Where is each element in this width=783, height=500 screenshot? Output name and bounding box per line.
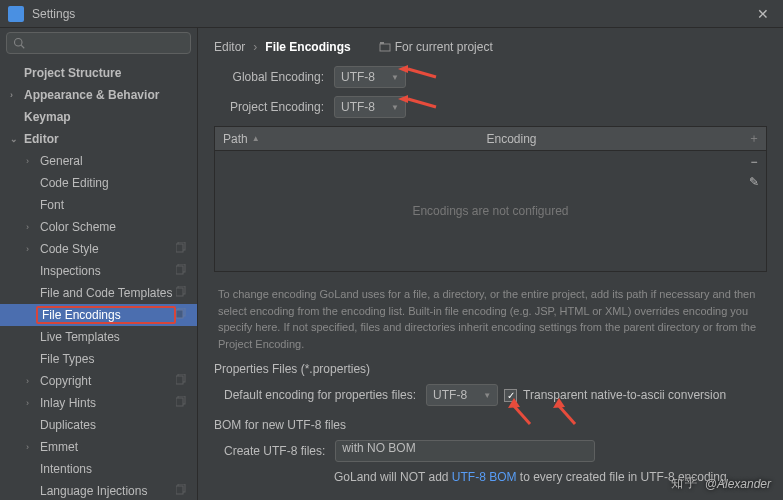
tree-item-intentions[interactable]: Intentions	[0, 458, 197, 480]
hint-text: To change encoding GoLand uses for a fil…	[218, 286, 763, 352]
project-scope-icon	[176, 484, 187, 498]
close-icon[interactable]: ✕	[751, 6, 775, 22]
project-scope-icon	[176, 264, 187, 278]
breadcrumb: Editor › File Encodings For current proj…	[214, 40, 767, 54]
project-encoding-dropdown[interactable]: UTF-8▼	[334, 96, 406, 118]
empty-message: Encodings are not configured	[412, 204, 568, 218]
tree-item-label: File Encodings	[36, 306, 176, 324]
chevron-icon: ›	[10, 90, 22, 100]
project-scope-icon	[176, 396, 187, 410]
content-panel: Editor › File Encodings For current proj…	[198, 28, 783, 500]
tree-item-general[interactable]: ›General	[0, 150, 197, 172]
svg-rect-13	[176, 398, 183, 406]
scope-indicator: For current project	[379, 40, 493, 54]
svg-rect-7	[176, 288, 183, 296]
settings-tree: Project Structure›Appearance & BehaviorK…	[0, 58, 197, 500]
tree-item-label: Inlay Hints	[40, 396, 176, 410]
svg-rect-9	[176, 310, 183, 318]
sort-asc-icon: ▲	[252, 134, 260, 143]
tree-item-live-templates[interactable]: Live Templates	[0, 326, 197, 348]
tree-item-label: File Types	[40, 352, 197, 366]
tree-item-label: General	[40, 154, 197, 168]
tree-item-font[interactable]: Font	[0, 194, 197, 216]
chevron-icon: ›	[26, 398, 38, 408]
tree-item-label: Color Scheme	[40, 220, 197, 234]
tree-item-label: Live Templates	[40, 330, 197, 344]
encoding-table: Path ▲ Encoding ＋ Encodings are not conf…	[214, 126, 767, 272]
window-title: Settings	[32, 7, 751, 21]
tree-item-code-editing[interactable]: Code Editing	[0, 172, 197, 194]
tree-item-label: Emmet	[40, 440, 197, 454]
tree-item-duplicates[interactable]: Duplicates	[0, 414, 197, 436]
svg-point-0	[15, 39, 23, 47]
tree-item-inspections[interactable]: Inspections	[0, 260, 197, 282]
tree-item-label: Inspections	[40, 264, 176, 278]
project-scope-icon	[176, 242, 187, 256]
tree-item-label: Font	[40, 198, 197, 212]
tree-item-emmet[interactable]: ›Emmet	[0, 436, 197, 458]
tree-item-file-and-code-templates[interactable]: File and Code Templates	[0, 282, 197, 304]
tree-item-editor[interactable]: ⌄Editor	[0, 128, 197, 150]
breadcrumb-current: File Encodings	[265, 40, 350, 54]
tree-item-label: Editor	[24, 132, 197, 146]
table-header-path[interactable]: Path ▲	[215, 132, 479, 146]
svg-rect-3	[176, 244, 183, 252]
tree-item-label: Language Injections	[40, 484, 176, 498]
tree-item-label: Copyright	[40, 374, 176, 388]
watermark: 知乎 @Alexander	[671, 475, 771, 492]
create-utf8-dropdown[interactable]: with NO BOM	[335, 440, 595, 462]
svg-rect-15	[176, 486, 183, 494]
remove-button[interactable]: −	[750, 155, 757, 169]
add-button[interactable]: ＋	[742, 130, 766, 147]
transparent-conversion-checkbox[interactable]	[504, 389, 517, 402]
tree-item-color-scheme[interactable]: ›Color Scheme	[0, 216, 197, 238]
properties-encoding-label: Default encoding for properties files:	[224, 388, 416, 402]
tree-item-copyright[interactable]: ›Copyright	[0, 370, 197, 392]
tree-item-file-types[interactable]: File Types	[0, 348, 197, 370]
properties-encoding-dropdown[interactable]: UTF-8▼	[426, 384, 498, 406]
app-icon	[8, 6, 24, 22]
chevron-icon: ›	[26, 442, 38, 452]
tree-item-label: Keymap	[24, 110, 197, 124]
tree-item-label: Code Editing	[40, 176, 197, 190]
chevron-down-icon: ▼	[391, 103, 399, 112]
project-encoding-label: Project Encoding:	[214, 100, 324, 114]
table-header-encoding[interactable]: Encoding	[479, 132, 743, 146]
svg-rect-17	[380, 42, 384, 44]
chevron-icon: ›	[26, 244, 38, 254]
svg-rect-11	[176, 376, 183, 384]
tree-item-appearance-behavior[interactable]: ›Appearance & Behavior	[0, 84, 197, 106]
tree-item-inlay-hints[interactable]: ›Inlay Hints	[0, 392, 197, 414]
tree-item-label: File and Code Templates	[40, 286, 176, 300]
create-utf8-label: Create UTF-8 files:	[224, 444, 325, 458]
tree-item-language-injections[interactable]: Language Injections	[0, 480, 197, 500]
transparent-conversion-label: Transparent native-to-ascii conversion	[523, 388, 726, 402]
project-scope-icon	[176, 374, 187, 388]
chevron-right-icon: ›	[253, 40, 257, 54]
edit-button[interactable]: ✎	[749, 175, 759, 189]
chevron-down-icon: ▼	[483, 391, 491, 400]
project-icon	[379, 41, 391, 53]
tree-item-file-encodings[interactable]: File Encodings	[0, 304, 197, 326]
project-scope-icon	[176, 308, 187, 322]
bom-section-title: BOM for new UTF-8 files	[214, 418, 767, 432]
tree-item-project-structure[interactable]: Project Structure	[0, 62, 197, 84]
chevron-down-icon: ▼	[391, 73, 399, 82]
chevron-icon: ›	[26, 156, 38, 166]
tree-item-code-style[interactable]: ›Code Style	[0, 238, 197, 260]
tree-item-label: Project Structure	[24, 66, 197, 80]
svg-rect-16	[380, 44, 390, 51]
breadcrumb-parent[interactable]: Editor	[214, 40, 245, 54]
tree-item-label: Duplicates	[40, 418, 197, 432]
project-scope-icon	[176, 286, 187, 300]
tree-item-keymap[interactable]: Keymap	[0, 106, 197, 128]
svg-rect-5	[176, 266, 183, 274]
tree-item-label: Appearance & Behavior	[24, 88, 197, 102]
global-encoding-dropdown[interactable]: UTF-8▼	[334, 66, 406, 88]
utf8-bom-link[interactable]: UTF-8 BOM	[452, 470, 517, 484]
properties-section-title: Properties Files (*.properties)	[214, 362, 767, 376]
svg-line-1	[21, 45, 24, 48]
chevron-icon: ›	[26, 376, 38, 386]
chevron-icon: ›	[26, 222, 38, 232]
search-input[interactable]	[6, 32, 191, 54]
